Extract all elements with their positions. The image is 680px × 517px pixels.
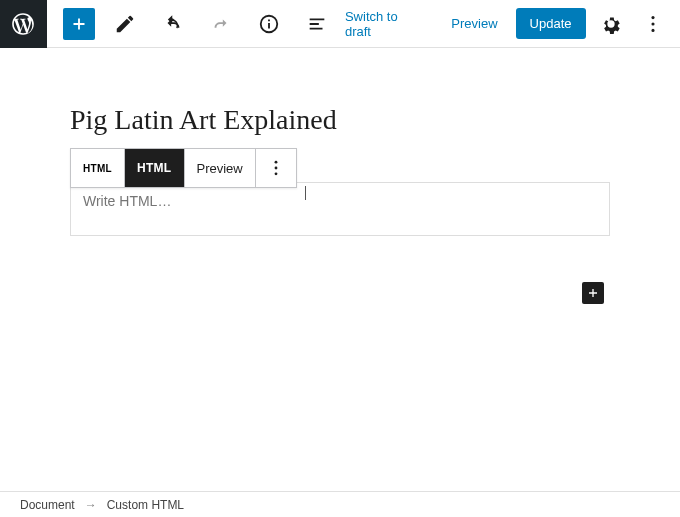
undo-icon[interactable] [155,6,191,42]
tool-group-left [47,6,335,42]
more-options-icon[interactable] [636,6,670,42]
switch-to-draft-link[interactable]: Switch to draft [335,3,433,45]
svg-point-3 [274,161,277,164]
chevron-right-icon: → [85,498,97,512]
html-tab-button[interactable]: HTML [125,149,185,187]
breadcrumb-root[interactable]: Document [20,498,75,512]
breadcrumb: Document → Custom HTML [0,491,680,517]
preview-tab-button[interactable]: Preview [185,149,256,187]
page-title[interactable]: Pig Latin Art Explained [70,104,610,136]
svg-point-4 [274,167,277,170]
block-more-options-icon[interactable] [256,149,296,187]
svg-point-2 [651,28,654,31]
add-block-button[interactable] [63,8,95,40]
html-input[interactable] [70,182,610,236]
settings-icon[interactable] [594,6,628,42]
preview-link[interactable]: Preview [441,10,507,37]
svg-point-5 [274,172,277,175]
inline-add-block-button[interactable] [582,282,604,304]
block-type-indicator[interactable]: HTML [71,149,125,187]
tool-group-right: Switch to draft Preview Update [335,3,680,45]
info-icon[interactable] [251,6,287,42]
block-toolbar: HTML HTML Preview [70,148,297,188]
edit-mode-icon[interactable] [107,6,143,42]
outline-icon[interactable] [299,6,335,42]
svg-point-0 [651,16,654,19]
redo-icon[interactable] [203,6,239,42]
update-button[interactable]: Update [516,8,586,39]
text-cursor-icon [305,186,306,200]
svg-point-1 [651,22,654,25]
editor-canvas: Pig Latin Art Explained HTML HTML Previe… [0,48,680,240]
breadcrumb-current[interactable]: Custom HTML [107,498,184,512]
editor-top-toolbar: Switch to draft Preview Update [0,0,680,48]
wordpress-logo-icon[interactable] [0,0,47,48]
